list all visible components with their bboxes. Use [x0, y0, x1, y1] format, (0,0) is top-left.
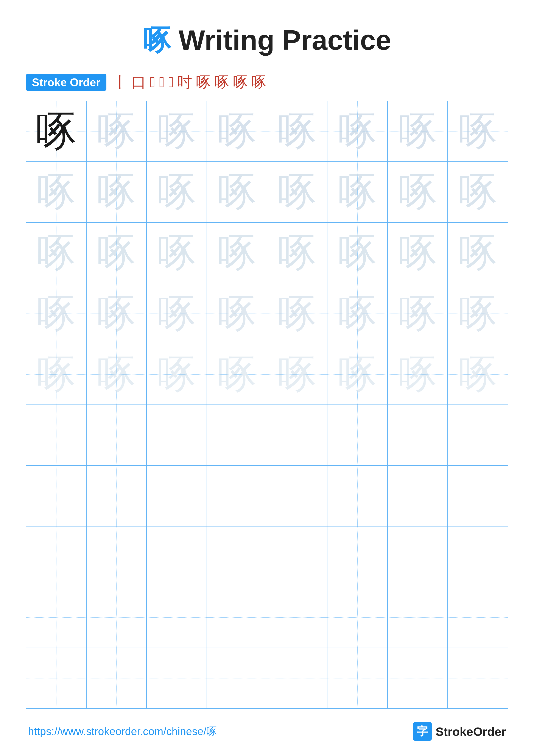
cell-char: 啄 — [217, 233, 256, 272]
grid-cell-3-3: 啄 — [147, 223, 207, 283]
grid-cell-6-6[interactable] — [327, 405, 388, 465]
grid-cell-1-1: 啄 — [26, 101, 87, 161]
stroke-char-1: 丨 — [113, 72, 128, 92]
grid-cell-8-2[interactable] — [87, 526, 147, 587]
grid-cell-8-6[interactable] — [327, 526, 388, 587]
grid-cell-5-3: 啄 — [147, 344, 207, 405]
grid-cell-4-7: 啄 — [388, 284, 448, 344]
stroke-order-chars: 丨 口 𠃊 𠃋 𠃍 吋 啄 啄 啄 啄 — [113, 72, 267, 92]
grid-cell-5-5: 啄 — [267, 344, 328, 405]
grid-cell-6-8[interactable] — [448, 405, 508, 465]
footer-logo: 字 StrokeOrder — [413, 722, 506, 741]
grid-cell-1-3: 啄 — [147, 101, 207, 161]
grid-cell-1-8: 啄 — [448, 101, 508, 161]
grid-cell-7-3[interactable] — [147, 466, 207, 526]
cell-char: 啄 — [217, 173, 256, 211]
grid-cell-1-4: 啄 — [207, 101, 267, 161]
grid-cell-3-2: 啄 — [87, 223, 147, 283]
grid-cell-10-6[interactable] — [327, 648, 388, 708]
cell-char: 啄 — [458, 355, 497, 394]
grid-cell-3-4: 啄 — [207, 223, 267, 283]
grid-cell-2-6: 啄 — [327, 162, 388, 222]
cell-char: 啄 — [278, 173, 317, 211]
title-char: 啄 — [143, 25, 171, 56]
grid-cell-7-1[interactable] — [26, 466, 87, 526]
footer-logo-icon: 字 — [413, 722, 432, 741]
grid-cell-7-8[interactable] — [448, 466, 508, 526]
grid-cell-8-5[interactable] — [267, 526, 328, 587]
grid-cell-3-1: 啄 — [26, 223, 87, 283]
stroke-char-3: 𠃊 — [150, 74, 155, 91]
cell-char: 啄 — [338, 294, 377, 333]
grid-cell-9-2[interactable] — [87, 587, 147, 648]
grid-cell-6-7[interactable] — [388, 405, 448, 465]
cell-char: 啄 — [37, 355, 76, 394]
stroke-order-row: Stroke Order 丨 口 𠃊 𠃋 𠃍 吋 啄 啄 啄 啄 — [26, 72, 508, 92]
stroke-char-9: 啄 — [233, 72, 248, 92]
cell-char: 啄 — [398, 355, 437, 394]
grid-cell-10-1[interactable] — [26, 648, 87, 708]
grid-cell-7-7[interactable] — [388, 466, 448, 526]
grid-cell-2-5: 啄 — [267, 162, 328, 222]
grid-cell-9-4[interactable] — [207, 587, 267, 648]
grid-cell-4-1: 啄 — [26, 284, 87, 344]
grid-cell-6-5[interactable] — [267, 405, 328, 465]
grid-cell-10-7[interactable] — [388, 648, 448, 708]
grid-cell-10-2[interactable] — [87, 648, 147, 708]
grid-cell-9-8[interactable] — [448, 587, 508, 648]
grid-row-1: 啄 啄 啄 啄 啄 啄 啄 啄 — [26, 101, 508, 162]
cell-char: 啄 — [338, 112, 377, 150]
grid-cell-8-1[interactable] — [26, 526, 87, 587]
grid-cell-4-8: 啄 — [448, 284, 508, 344]
grid-row-6 — [26, 405, 508, 466]
grid-row-5: 啄 啄 啄 啄 啄 啄 啄 啄 — [26, 344, 508, 405]
grid-cell-7-5[interactable] — [267, 466, 328, 526]
grid-cell-10-5[interactable] — [267, 648, 328, 708]
cell-char: 啄 — [217, 355, 256, 394]
grid-row-8 — [26, 526, 508, 587]
grid-cell-2-3: 啄 — [147, 162, 207, 222]
grid-cell-9-6[interactable] — [327, 587, 388, 648]
grid-cell-1-5: 啄 — [267, 101, 328, 161]
grid-cell-8-3[interactable] — [147, 526, 207, 587]
grid-cell-9-3[interactable] — [147, 587, 207, 648]
grid-cell-8-4[interactable] — [207, 526, 267, 587]
grid-row-3: 啄 啄 啄 啄 啄 啄 啄 啄 — [26, 223, 508, 284]
grid-cell-10-3[interactable] — [147, 648, 207, 708]
grid-cell-7-6[interactable] — [327, 466, 388, 526]
grid-cell-10-4[interactable] — [207, 648, 267, 708]
grid-cell-8-8[interactable] — [448, 526, 508, 587]
stroke-order-badge: Stroke Order — [26, 74, 106, 91]
grid-cell-6-4[interactable] — [207, 405, 267, 465]
cell-char: 啄 — [157, 355, 196, 394]
cell-char: 啄 — [278, 112, 317, 150]
grid-cell-5-8: 啄 — [448, 344, 508, 405]
grid-cell-9-1[interactable] — [26, 587, 87, 648]
grid-cell-6-3[interactable] — [147, 405, 207, 465]
cell-char: 啄 — [97, 355, 136, 394]
grid-cell-5-1: 啄 — [26, 344, 87, 405]
cell-char: 啄 — [458, 294, 497, 333]
grid-cell-6-1[interactable] — [26, 405, 87, 465]
cell-char: 啄 — [278, 294, 317, 333]
grid-cell-9-7[interactable] — [388, 587, 448, 648]
grid-cell-9-5[interactable] — [267, 587, 328, 648]
footer-url[interactable]: https://www.strokeorder.com/chinese/啄 — [28, 724, 217, 739]
grid-cell-4-3: 啄 — [147, 284, 207, 344]
page-title: 啄 Writing Practice — [26, 21, 508, 60]
grid-cell-2-1: 啄 — [26, 162, 87, 222]
practice-grid: 啄 啄 啄 啄 啄 啄 啄 啄 啄 啄 啄 — [26, 101, 508, 709]
cell-char: 啄 — [458, 112, 497, 150]
grid-cell-10-8[interactable] — [448, 648, 508, 708]
grid-cell-7-4[interactable] — [207, 466, 267, 526]
grid-cell-7-2[interactable] — [87, 466, 147, 526]
grid-cell-6-2[interactable] — [87, 405, 147, 465]
stroke-char-5: 𠃍 — [168, 74, 174, 91]
cell-char: 啄 — [37, 233, 76, 272]
grid-row-2: 啄 啄 啄 啄 啄 啄 啄 啄 — [26, 162, 508, 223]
grid-row-4: 啄 啄 啄 啄 啄 啄 啄 啄 — [26, 284, 508, 344]
grid-cell-5-7: 啄 — [388, 344, 448, 405]
cell-char: 啄 — [157, 112, 196, 150]
grid-cell-8-7[interactable] — [388, 526, 448, 587]
footer: https://www.strokeorder.com/chinese/啄 字 … — [26, 722, 508, 741]
